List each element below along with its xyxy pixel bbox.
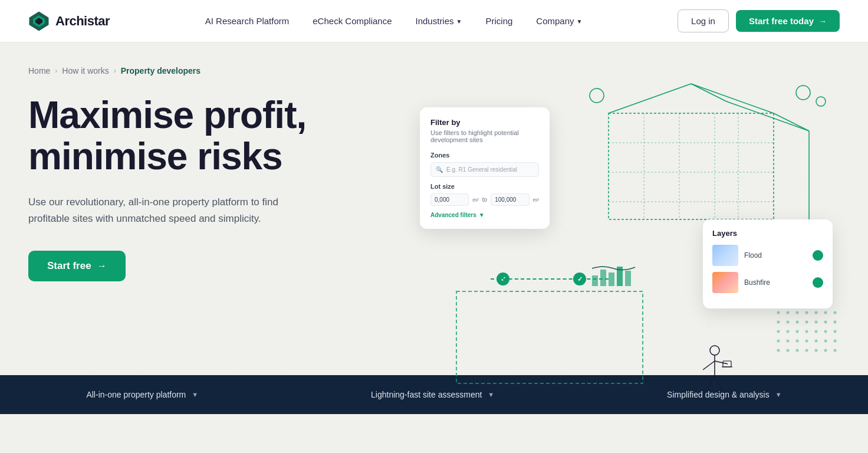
zones-search[interactable]: 🔍 E.g. R1 General residential bbox=[430, 162, 539, 177]
svg-line-5 bbox=[691, 84, 774, 113]
navbar: Archistar AI Research Platform eCheck Co… bbox=[0, 0, 868, 42]
svg-point-20 bbox=[816, 97, 826, 106]
svg-line-9 bbox=[691, 84, 726, 101]
svg-point-40 bbox=[777, 330, 780, 333]
flood-layer-toggle[interactable] bbox=[813, 250, 823, 261]
svg-line-64 bbox=[715, 361, 728, 364]
breadcrumb-home[interactable]: Home bbox=[28, 66, 50, 76]
lot-size-unit-max: m² bbox=[533, 197, 540, 203]
nav-echeck[interactable]: eCheck Compliance bbox=[303, 11, 401, 31]
connection-line-1 bbox=[491, 278, 609, 280]
svg-point-19 bbox=[796, 86, 810, 100]
nav-company[interactable]: Company ▼ bbox=[527, 11, 591, 31]
svg-rect-21 bbox=[592, 275, 598, 286]
svg-point-38 bbox=[824, 321, 827, 324]
advanced-filters-button[interactable]: Advanced filters ▼ bbox=[430, 212, 539, 218]
bar-chart-mini bbox=[591, 264, 638, 287]
login-button[interactable]: Log in bbox=[678, 9, 729, 32]
svg-point-39 bbox=[834, 321, 837, 324]
svg-point-37 bbox=[815, 321, 818, 324]
svg-point-48 bbox=[787, 340, 790, 343]
svg-point-51 bbox=[815, 340, 818, 343]
filter-panel: Filter by Use filters to highlight poten… bbox=[420, 107, 550, 229]
breadcrumb-parent[interactable]: How it works bbox=[62, 66, 108, 76]
hero-subtext: Use our revolutionary, all-in-one proper… bbox=[28, 194, 300, 227]
svg-point-35 bbox=[796, 321, 799, 324]
search-icon: 🔍 bbox=[436, 166, 443, 173]
lot-size-label: Lot size bbox=[430, 183, 539, 190]
svg-rect-23 bbox=[609, 273, 614, 286]
svg-rect-25 bbox=[625, 271, 631, 286]
svg-point-18 bbox=[590, 88, 604, 103]
svg-point-32 bbox=[834, 311, 837, 314]
svg-point-26 bbox=[777, 311, 780, 314]
svg-point-43 bbox=[805, 330, 808, 333]
svg-point-46 bbox=[834, 330, 837, 333]
svg-point-55 bbox=[787, 349, 790, 352]
svg-point-49 bbox=[796, 340, 799, 343]
bottom-bar-item-all-in-one[interactable]: All-in-one property platform ▼ bbox=[86, 390, 198, 399]
svg-point-41 bbox=[787, 330, 790, 333]
hero-illustration: ✓ ✓ bbox=[408, 78, 868, 414]
svg-point-53 bbox=[834, 340, 837, 343]
svg-line-66 bbox=[715, 376, 722, 390]
lot-size-max-input[interactable]: 100,000 bbox=[491, 193, 529, 206]
svg-point-36 bbox=[805, 321, 808, 324]
hero-section: Home › How it works › Property developer… bbox=[0, 42, 868, 414]
cta-arrow-icon: → bbox=[818, 17, 827, 26]
breadcrumb: Home › How it works › Property developer… bbox=[28, 66, 394, 76]
lot-size-unit-min: m² bbox=[472, 197, 479, 203]
bushfire-layer-toggle[interactable] bbox=[813, 277, 823, 288]
svg-point-33 bbox=[777, 321, 780, 324]
stick-figure bbox=[697, 343, 732, 402]
start-free-today-button[interactable]: Start free today → bbox=[736, 10, 840, 32]
lot-size-row: 0,000 m² to 100,000 m² bbox=[430, 193, 539, 206]
svg-line-63 bbox=[703, 361, 715, 370]
breadcrumb-sep-2: › bbox=[114, 67, 116, 75]
svg-point-47 bbox=[777, 340, 780, 343]
flood-layer-name: Flood bbox=[744, 251, 807, 260]
svg-point-42 bbox=[796, 330, 799, 333]
logo-icon bbox=[28, 11, 50, 32]
svg-point-45 bbox=[824, 330, 827, 333]
layer-item-flood: Flood bbox=[712, 245, 823, 266]
nav-research-platform[interactable]: AI Research Platform bbox=[196, 11, 299, 31]
industries-chevron-icon: ▼ bbox=[456, 18, 462, 25]
nav-pricing[interactable]: Pricing bbox=[476, 11, 522, 31]
hero-heading: Maximise profit, minimise risks bbox=[28, 94, 394, 178]
svg-point-30 bbox=[815, 311, 818, 314]
nav-industries[interactable]: Industries ▼ bbox=[406, 11, 472, 31]
zones-placeholder: E.g. R1 General residential bbox=[446, 166, 517, 173]
layers-panel: Layers Flood Bushfire bbox=[703, 219, 833, 308]
svg-line-6 bbox=[774, 113, 809, 131]
breadcrumb-sep-1: › bbox=[55, 67, 57, 75]
svg-point-56 bbox=[796, 349, 799, 352]
zones-label: Zones bbox=[430, 152, 539, 159]
svg-point-60 bbox=[834, 349, 837, 352]
company-chevron-icon: ▼ bbox=[577, 18, 583, 25]
nav-actions: Log in Start free today → bbox=[678, 9, 840, 32]
hero-content: Home › How it works › Property developer… bbox=[28, 42, 394, 281]
flood-layer-thumb bbox=[712, 245, 738, 266]
brand-name: Archistar bbox=[55, 14, 110, 29]
svg-point-44 bbox=[815, 330, 818, 333]
breadcrumb-current: Property developers bbox=[121, 66, 200, 76]
svg-point-31 bbox=[824, 311, 827, 314]
nav-links: AI Research Platform eCheck Compliance I… bbox=[196, 11, 592, 31]
svg-point-27 bbox=[787, 311, 790, 314]
layers-title: Layers bbox=[712, 229, 823, 238]
svg-point-50 bbox=[805, 340, 808, 343]
lot-size-to: to bbox=[482, 196, 487, 203]
svg-line-10 bbox=[726, 101, 809, 131]
logo[interactable]: Archistar bbox=[28, 11, 110, 32]
all-in-one-chevron-icon: ▼ bbox=[192, 391, 198, 398]
svg-point-29 bbox=[805, 311, 808, 314]
lot-size-min-input[interactable]: 0,000 bbox=[430, 193, 469, 206]
dashed-box bbox=[455, 290, 644, 385]
start-free-arrow-icon: → bbox=[97, 261, 107, 271]
bushfire-layer-name: Bushfire bbox=[744, 278, 807, 287]
start-free-button[interactable]: Start free → bbox=[28, 251, 126, 281]
advanced-filters-chevron-icon: ▼ bbox=[479, 212, 485, 218]
filter-panel-title: Filter by bbox=[430, 118, 539, 127]
svg-point-61 bbox=[710, 346, 719, 355]
